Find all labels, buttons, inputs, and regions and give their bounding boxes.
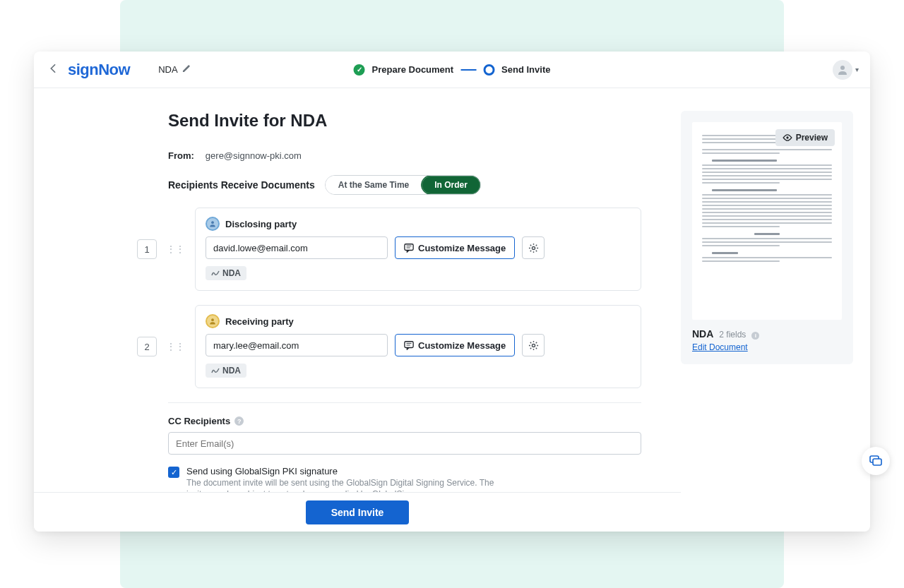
order-number: 1 [137,239,157,259]
user-menu[interactable]: ▾ [833,60,859,80]
recipients-order-row: Recipients Receive Documents At the Same… [168,175,641,195]
document-name-text: NDA [158,64,177,75]
step-prepare-label: Prepare Document [372,64,454,75]
tag-label: NDA [222,268,241,278]
topbar: signNow NDA ✓ Prepare Document Send Invi… [34,52,870,88]
message-icon [404,340,414,350]
doc-meta: NDA 2 fields i [692,328,842,340]
document-tag: NDA [206,364,246,378]
chevron-down-icon: ▾ [855,66,859,73]
step-send-label: Send Invite [501,64,550,75]
step-connector [460,69,476,71]
sidebar: Preview NDA 2 fields i [681,88,870,532]
drag-handle-icon[interactable]: ⋮⋮ [167,244,185,254]
divider [168,402,641,403]
gear-icon [528,340,539,351]
main-content: Send Invite for NDA From: gere@signnow-p… [34,88,681,532]
order-toggle: At the Same Time In Order [325,175,481,195]
recipient-block: 2 ⋮⋮ Receiving party Customize Message [168,305,641,388]
customize-message-label: Customize Message [418,243,506,253]
svg-point-1 [211,221,214,224]
svg-point-10 [532,344,535,347]
recipient-card: Disclosing party Customize Message [195,208,641,291]
svg-rect-2 [405,244,413,251]
action-bar: Send Invite [34,492,681,532]
progress-steps: ✓ Prepare Document Send Invite [354,64,551,76]
signature-icon [211,269,220,277]
preview-panel: Preview NDA 2 fields i [681,111,853,364]
svg-point-6 [211,318,214,321]
info-icon[interactable]: ? [234,416,244,426]
person-icon [206,217,220,231]
person-icon [206,314,220,328]
customize-message-button[interactable]: Customize Message [395,334,515,356]
toggle-same-time[interactable]: At the Same Time [326,176,422,194]
chat-fab[interactable] [862,447,890,475]
tag-label: NDA [222,366,241,376]
back-button[interactable] [45,61,61,79]
recipients-label: Recipients Receive Documents [168,179,315,191]
page-title: Send Invite for NDA [168,111,641,131]
gear-icon [528,243,539,253]
step-current-icon [483,64,494,76]
preview-button-label: Preview [796,133,828,143]
recipient-settings-button[interactable] [522,334,545,356]
order-number: 2 [137,337,157,356]
customize-message-button[interactable]: Customize Message [395,236,515,259]
toggle-in-order[interactable]: In Order [421,175,481,195]
preview-button[interactable]: Preview [775,129,835,146]
pki-checkbox[interactable]: ✓ [168,467,179,478]
from-row: From: gere@signnow-pki.com [168,150,641,161]
cc-input[interactable] [168,432,641,455]
svg-point-5 [532,246,535,249]
cc-label: CC Recipients ? [168,416,641,426]
pki-label: Send using GlobalSign PKI signature [186,466,504,476]
chat-icon [869,454,883,468]
svg-rect-7 [405,342,413,348]
step-done-icon: ✓ [354,64,365,76]
drag-handle-icon[interactable]: ⋮⋮ [167,342,185,352]
recipient-card: Receiving party Customize Message [195,305,641,388]
from-label: From: [168,150,194,161]
from-email: gere@signnow-pki.com [206,150,302,161]
svg-rect-13 [873,459,881,465]
recipient-settings-button[interactable] [522,236,545,259]
app-window: signNow NDA ✓ Prepare Document Send Invi… [34,52,870,532]
role-name: Disclosing party [225,219,297,229]
recipient-block: 1 ⋮⋮ Disclosing party Customize Message [168,208,641,291]
cc-label-text: CC Recipients [168,416,230,426]
edit-document-link[interactable]: Edit Document [692,342,748,352]
document-name: NDA [158,64,189,75]
send-invite-button[interactable]: Send Invite [306,500,410,524]
svg-point-0 [840,66,845,70]
svg-point-11 [786,136,788,138]
edit-doc-name-icon[interactable] [182,65,190,75]
eye-icon [783,134,792,141]
info-icon[interactable]: i [751,332,759,340]
logo: signNow [68,61,130,79]
document-tag: NDA [206,266,246,280]
customize-message-label: Customize Message [418,340,506,351]
avatar [833,60,852,80]
signature-icon [211,366,220,375]
recipient-email-input[interactable] [206,236,388,259]
message-icon [404,243,414,253]
document-thumbnail: Preview [692,122,842,320]
preview-fields-count: 2 fields [719,330,746,340]
role-name: Receiving party [225,316,294,327]
recipient-email-input[interactable] [206,334,388,356]
preview-doc-name: NDA [692,328,713,340]
